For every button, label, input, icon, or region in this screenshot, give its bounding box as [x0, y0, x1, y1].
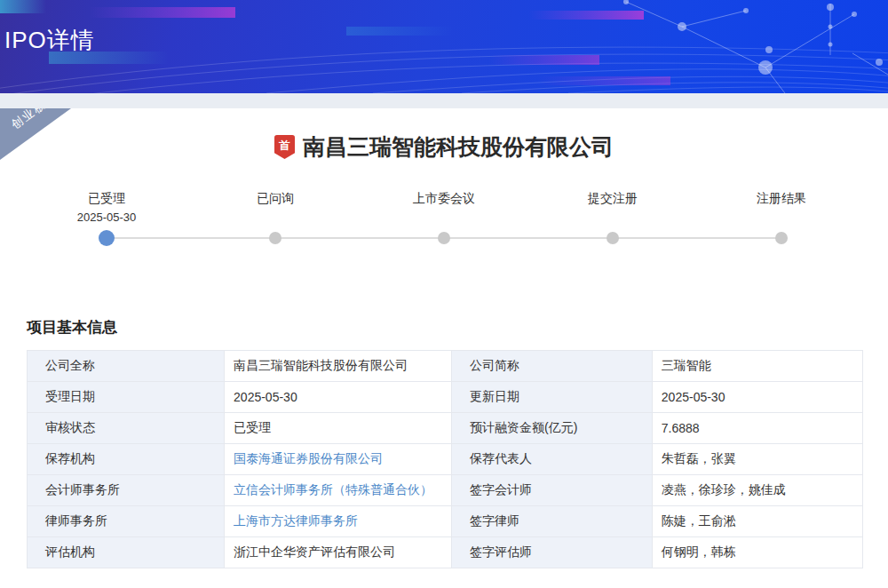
step-registration-result: 注册结果 — [724, 191, 839, 225]
review-status-label: 审核状态 — [28, 413, 225, 444]
step-dot-active — [99, 230, 115, 246]
banner-decoration — [0, 0, 888, 93]
ipo-first-badge-icon: 首 — [274, 135, 295, 159]
expected-funding-label: 预计融资金额(亿元) — [452, 413, 653, 444]
basic-info-table: 公司全称 南昌三瑞智能科技股份有限公司 公司简称 三瑞智能 受理日期 2025-… — [27, 350, 863, 568]
update-date-value: 2025-05-30 — [652, 382, 862, 413]
appraisal-institution-value: 浙江中企华资产评估有限公司 — [225, 537, 452, 568]
company-name: 南昌三瑞智能科技股份有限公司 — [303, 132, 614, 162]
company-short-name-value: 三瑞智能 — [652, 351, 862, 382]
appraisal-institution-label: 评估机构 — [28, 537, 225, 568]
content-card: 创业板 首 南昌三瑞智能科技股份有限公司 已受理 2025-05-30 已问询 … — [0, 108, 888, 588]
sponsor-representative-label: 保荐代表人 — [452, 444, 653, 475]
step-label: 上市委会议 — [386, 191, 502, 207]
sponsor-representative-value: 朱哲磊，张翼 — [652, 444, 862, 475]
signing-accountant-label: 签字会计师 — [452, 475, 653, 506]
table-row: 律师事务所 上海市方达律师事务所 签字律师 陈婕，王俞淞 — [28, 506, 863, 537]
step-date — [218, 211, 333, 225]
step-date — [724, 211, 839, 225]
step-submit-registration: 提交注册 — [555, 191, 670, 225]
step-dot — [775, 232, 788, 244]
company-short-name-label: 公司简称 — [452, 351, 653, 382]
page-title: IPO详情 — [4, 25, 95, 56]
section-title-basic-info: 项目基本信息 — [27, 317, 888, 338]
table-row: 保荐机构 国泰海通证券股份有限公司 保荐代表人 朱哲磊，张翼 — [28, 444, 863, 475]
table-row: 公司全称 南昌三瑞智能科技股份有限公司 公司简称 三瑞智能 — [28, 351, 863, 382]
review-status-value: 已受理 — [225, 413, 452, 444]
step-dot — [607, 232, 619, 244]
company-title-row: 首 南昌三瑞智能科技股份有限公司 — [0, 108, 888, 162]
signing-lawyer-label: 签字律师 — [452, 506, 653, 537]
law-firm-label: 律师事务所 — [28, 506, 225, 537]
table-row: 审核状态 已受理 预计融资金额(亿元) 7.6888 — [28, 413, 863, 444]
step-accepted: 已受理 2025-05-30 — [49, 191, 164, 225]
step-label: 注册结果 — [724, 191, 839, 207]
board-ribbon-label: 创业板 — [8, 97, 50, 133]
expected-funding-value: 7.6888 — [652, 413, 862, 444]
page-banner: IPO详情 — [0, 0, 888, 93]
accounting-firm-link[interactable]: 立信会计师事务所（特殊普通合伙） — [234, 482, 432, 497]
signing-lawyer-value: 陈婕，王俞淞 — [652, 506, 862, 537]
step-label: 提交注册 — [555, 191, 670, 207]
signing-appraiser-value: 何钢明，韩栋 — [652, 537, 862, 568]
company-full-name-label: 公司全称 — [28, 351, 225, 382]
signing-accountant-value: 凌燕，徐珍珍，姚佳成 — [652, 475, 862, 506]
step-date: 2025-05-30 — [49, 211, 164, 225]
step-dot — [438, 232, 450, 244]
signing-appraiser-label: 签字评估师 — [452, 537, 653, 568]
acceptance-date-label: 受理日期 — [28, 382, 225, 413]
accounting-firm-label: 会计师事务所 — [28, 475, 225, 506]
ipo-progress-stepper: 已受理 2025-05-30 已问询 上市委会议 提交注册 注册结果 — [107, 191, 781, 255]
update-date-label: 更新日期 — [452, 382, 653, 413]
acceptance-date-value: 2025-05-30 — [225, 382, 452, 413]
step-dot — [269, 232, 281, 244]
step-label: 已问询 — [218, 191, 333, 207]
law-firm-link[interactable]: 上海市方达律师事务所 — [234, 513, 358, 528]
company-full-name-value: 南昌三瑞智能科技股份有限公司 — [225, 351, 452, 382]
sponsor-institution-label: 保荐机构 — [28, 444, 225, 475]
sponsor-institution-link[interactable]: 国泰海通证券股份有限公司 — [234, 451, 383, 465]
table-row: 会计师事务所 立信会计师事务所（特殊普通合伙） 签字会计师 凌燕，徐珍珍，姚佳成 — [28, 475, 863, 506]
step-listing-committee: 上市委会议 — [386, 191, 502, 225]
step-inquired: 已问询 — [218, 191, 333, 225]
step-label: 已受理 — [49, 191, 164, 207]
table-row: 受理日期 2025-05-30 更新日期 2025-05-30 — [28, 382, 863, 413]
step-date — [555, 211, 670, 225]
ipo-first-badge-char: 首 — [278, 139, 290, 152]
step-date — [386, 211, 502, 225]
table-row: 评估机构 浙江中企华资产评估有限公司 签字评估师 何钢明，韩栋 — [28, 537, 863, 568]
